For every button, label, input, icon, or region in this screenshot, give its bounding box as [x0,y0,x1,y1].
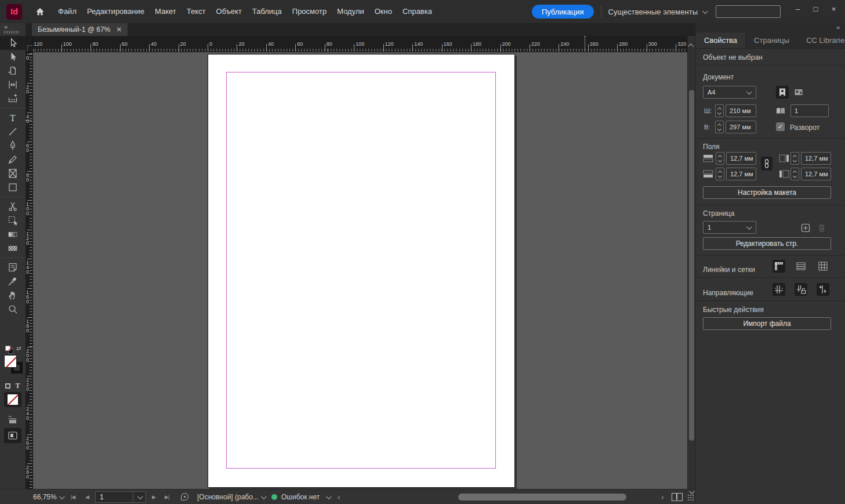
gradient-feather-tool[interactable] [0,241,26,255]
horizontal-scrollbar-thumb[interactable] [458,494,626,501]
menu-help[interactable]: Справка [397,0,437,23]
frame-tool[interactable] [0,166,26,180]
collapse-panel-icon[interactable]: » [836,24,840,31]
home-button[interactable] [33,5,47,19]
close-button[interactable]: × [825,3,843,20]
line-tool[interactable] [0,125,26,139]
preflight-status-dropdown[interactable] [326,490,330,504]
workspace-switcher[interactable]: Существенные элементы [608,8,706,16]
publish-button[interactable]: Публикация [532,5,594,19]
document-page[interactable] [208,54,515,488]
gap-tool[interactable] [0,78,26,92]
menu-view[interactable]: Просмотр [287,0,332,23]
apply-none-button[interactable] [4,392,21,407]
height-field[interactable]: 297 мм [726,121,756,133]
baseline-grid-button[interactable] [795,260,807,273]
menu-table[interactable]: Таблица [247,0,287,23]
show-guides-button[interactable] [773,283,785,296]
facing-pages-checkbox[interactable]: ✓ [776,122,785,131]
page-tool[interactable] [0,64,26,78]
right-margin-stepper[interactable] [790,152,799,165]
swap-fill-stroke-icon[interactable]: ⇄ [16,345,21,351]
edit-page-button[interactable]: Редактировать стр. [703,237,831,250]
lock-guides-button[interactable] [795,283,807,296]
formatting-affects-container-icon[interactable] [5,383,10,389]
height-stepper[interactable] [715,121,724,133]
top-margin-stepper[interactable] [716,152,724,165]
preflight-profile-dropdown[interactable] [261,490,265,504]
vertical-scrollbar[interactable] [687,36,695,489]
pages-count-field[interactable]: 1 [790,104,829,117]
collapse-toolbar-icon[interactable]: » [4,23,8,30]
portrait-orientation-button[interactable] [776,86,789,99]
zoom-tool[interactable] [0,302,26,316]
free-transform-tool[interactable] [0,213,26,227]
left-margin-stepper[interactable] [790,168,799,180]
width-field[interactable]: 210 мм [726,104,756,117]
previous-page-button[interactable]: ◀ [85,490,89,504]
current-page-select[interactable]: 1 [703,221,756,234]
scroll-left-button[interactable]: ‹ [338,490,340,504]
import-file-button[interactable]: Импорт файла [703,317,831,330]
screen-mode-button[interactable] [4,428,21,443]
eyedropper-tool[interactable] [0,274,26,288]
note-tool[interactable] [0,260,26,274]
left-margin-field[interactable]: 12,7 мм [801,168,831,180]
smart-guides-button[interactable] [817,283,829,296]
menu-layout[interactable]: Макет [150,0,182,23]
menu-edit[interactable]: Редактирование [82,0,150,23]
delete-page-button[interactable] [815,222,828,234]
document-tab[interactable]: Безымянный-1 @ 67% ✕ [32,23,128,36]
rectangle-tool[interactable] [0,180,26,194]
width-stepper[interactable] [715,104,724,117]
type-tool[interactable]: T [0,111,26,125]
page-dropdown[interactable] [133,492,146,502]
menu-window[interactable]: Окно [369,0,397,23]
content-collector-tool[interactable] [0,92,26,106]
pen-tool[interactable] [0,139,26,153]
scroll-right-button[interactable]: › [661,490,664,504]
search-input[interactable] [716,5,781,18]
toolbar-grip[interactable] [4,31,19,34]
zoom-level[interactable]: 66,75% [33,490,57,504]
fill-indicator[interactable] [4,355,17,368]
menu-type[interactable]: Текст [182,0,211,23]
menu-file[interactable]: Файл [53,0,82,23]
resize-grip[interactable] [688,495,694,501]
link-margins-button[interactable] [761,157,773,171]
maximize-button[interactable]: □ [807,3,825,20]
ruler-origin-corner[interactable] [26,36,33,52]
top-margin-field[interactable]: 12,7 мм [726,152,756,165]
pasteboard[interactable] [33,52,687,489]
pencil-tool[interactable] [0,153,26,166]
menu-object[interactable]: Объект [211,0,247,23]
landscape-orientation-button[interactable] [792,86,805,99]
bottom-margin-stepper[interactable] [716,168,724,180]
scroll-up-icon[interactable] [688,43,694,49]
bottom-margin-field[interactable]: 12,7 мм [726,168,756,180]
tab-close-icon[interactable]: ✕ [116,26,122,34]
page-size-select[interactable]: A4 [703,86,756,99]
tab-cc-libraries[interactable]: CC Libraries [798,32,845,48]
default-fill-swatch-icon[interactable] [5,346,10,351]
preflight-menu-icon[interactable] [181,493,188,501]
page-number-field[interactable]: 1 [95,491,146,503]
zoom-level-dropdown[interactable] [59,490,63,504]
last-page-button[interactable]: ▶| [165,490,169,504]
menu-plugins[interactable]: Модули [332,0,369,23]
hand-tool[interactable] [0,288,26,302]
next-page-button[interactable]: ▶ [152,490,155,504]
adjust-layout-button[interactable]: Настройка макета [703,186,831,199]
minimize-button[interactable]: – [789,3,807,20]
split-layout-icon[interactable] [672,493,683,501]
view-options-button[interactable] [6,414,20,427]
right-margin-field[interactable]: 12,7 мм [801,152,831,165]
tab-pages[interactable]: Страницы [746,32,798,48]
preflight-status[interactable]: Ошибок нет [271,490,320,504]
show-rulers-button[interactable] [773,260,785,273]
tab-properties[interactable]: Свойства [696,32,746,48]
scissors-tool[interactable] [0,200,26,213]
direct-selection-tool[interactable] [0,50,26,64]
vertical-scrollbar-thumb[interactable] [689,90,694,441]
add-page-button[interactable] [799,222,812,234]
